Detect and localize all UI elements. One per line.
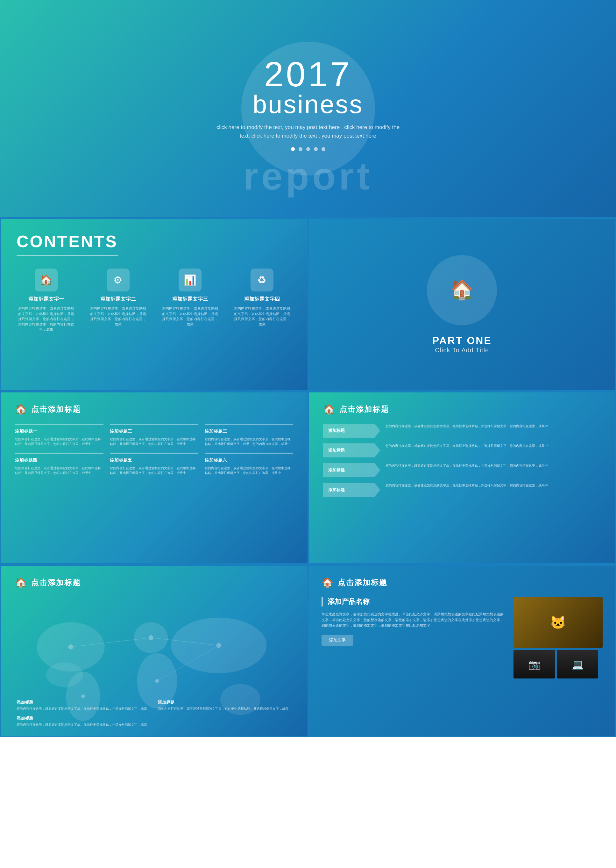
panel-header-title-6: 点击添加标题	[31, 578, 81, 588]
contents-item-title-1: 添加标题文字一	[28, 296, 64, 302]
list-item-text-3: 您的内容打在这里，或者通过复制您的文字后，在此框中选择粘贴，并选择只保留文字，成…	[205, 437, 293, 446]
arrow-text-2: 您的内容打在这里，或者通过复制您的文字后，在此框中选择粘贴，并选择只保留文字，您…	[385, 443, 601, 448]
panel-header-icon-6: 🏠	[15, 577, 27, 588]
panel-header-6: 🏠 点击添加标题	[15, 577, 293, 588]
list-item-title-1: 添加标题一	[15, 428, 104, 434]
map-label-text-2: 您的内容打在这里，或者通过复制您的文字后，在此框中选择粘贴，并选择只保留文字，成…	[17, 722, 147, 727]
product-image-cat: 🐱	[514, 597, 603, 648]
hero-business: business	[253, 92, 363, 117]
arrow-shape-4: 添加标题	[323, 483, 380, 497]
contents-item-text-2: 您的内容打在这里，或者通过复制您的文字后，在此框中选择粘贴，并选择只保留文字，您…	[88, 306, 148, 327]
contents-icon-2: ⚙	[107, 269, 130, 291]
panel-header-title-5: 点击添加标题	[339, 404, 389, 414]
list-item-title-4: 添加标题四	[15, 457, 104, 463]
arrow-text-3: 您的内容打在这里，或者通过复制您的文字后，在此框中选择粘贴，并选择只保留文字，您…	[385, 463, 601, 468]
map-label-text-3: 您的内容打在这里，或者通过复制您的文字后，在此框中选择粘贴，并选择只保留文字，成…	[158, 706, 288, 711]
panel-header-title-4: 点击添加标题	[31, 404, 81, 414]
svg-point-11	[81, 695, 85, 698]
contents-icon-4: ♻	[251, 269, 273, 291]
contents-item-title-3: 添加标题文字三	[172, 296, 208, 302]
arrow-items: 添加标题 您的内容打在这里，或者通过复制您的文字后，在此框中选择粘贴，并选择只保…	[323, 424, 601, 497]
arrow-item-3: 添加标题 您的内容打在这里，或者通过复制您的文字后，在此框中选择粘贴，并选择只保…	[323, 463, 601, 477]
list-item-bar-5	[110, 453, 198, 454]
slide-arrows-right: 🏠 点击添加标题 添加标题 您的内容打在这里，或者通过复制您的文字后，在此框中选…	[308, 392, 616, 564]
contents-icon-3: 📊	[179, 269, 201, 291]
cat-img-placeholder: 🐱	[514, 597, 603, 648]
list-item-title-2: 添加标题二	[110, 428, 198, 434]
arrow-shape-1: 添加标题	[323, 424, 380, 438]
device-img-1: 📷	[514, 650, 555, 679]
contents-item-text-4: 您的内容打在这里，或者通过复制您的文字后，在此框中选择粘贴，并选择只保留文字，您…	[233, 306, 292, 327]
contents-item-2: ⚙ 添加标题文字二 您的内容打在这里，或者通过复制您的文字后，在此框中选择粘贴，…	[88, 269, 148, 332]
part-one-subtitle: Click To Add Title	[435, 347, 489, 354]
hero-dot-4[interactable]	[314, 147, 318, 151]
product-button[interactable]: 添加文字	[322, 635, 354, 646]
list-item-bar-3	[205, 424, 293, 425]
product-content: 添加产品名称 单击此处允许文字，请添加您想表达的文字在此处。单击此处允许文字，请…	[322, 597, 603, 679]
slide-part-one: 🏠 PART ONE Click To Add Title	[308, 219, 616, 391]
part-one-house-icon: 🏠	[450, 279, 474, 301]
product-desc: 单击此处允许文字，请添加您想表达的文字在此处。单击此处允许文字，请添加您想表达的…	[322, 611, 504, 629]
part-one-circle: 🏠	[427, 255, 497, 325]
slide-grid-row3: 🏠 点击添加标题	[0, 564, 616, 737]
list-item-title-3: 添加标题三	[205, 428, 293, 434]
list-item-2: 添加标题二 您的内容打在这里，或者通过复制您的文字后，在此框中选择粘贴，并选择只…	[110, 424, 198, 446]
arrow-text-4: 您的内容打在这里，或者通过复制您的文字后，在此框中选择粘贴，并选择只保留文字，您…	[385, 483, 601, 488]
arrow-item-4: 添加标题 您的内容打在这里，或者通过复制您的文字后，在此框中选择粘贴，并选择只保…	[323, 483, 601, 497]
panel-header-icon-4: 🏠	[15, 403, 27, 415]
product-name: 添加产品名称	[322, 597, 504, 606]
list-item-bar-1	[15, 424, 104, 425]
map-label-2: 添加标题 您的内容打在这里，或者通过复制您的文字后，在此框中选择粘贴，并选择只保…	[17, 715, 147, 727]
contents-item-text-1: 您的内容打在这里，或者通过复制您的文字后，在此框中选择粘贴，并选择只保留文字，您…	[17, 306, 76, 332]
part-one-label: PART ONE	[432, 335, 492, 347]
contents-title: CONTENTS	[17, 232, 118, 256]
slide-hero: 2017 business report click here to modif…	[0, 0, 616, 217]
slide-map-left: 🏠 点击添加标题	[0, 565, 308, 737]
list-item-title-6: 添加标题六	[205, 457, 293, 463]
list-item-bar-2	[110, 424, 198, 425]
list-item-5: 添加标题五 您的内容打在这里，或者通过复制您的文字后，在此框中选择粘贴，并选择只…	[110, 453, 198, 475]
contents-item-3: 📊 添加标题文字三 您的内容打在这里，或者通过复制您的文字后，在此框中选择粘贴，…	[160, 269, 220, 332]
hero-dot-5[interactable]	[322, 147, 325, 151]
hero-dot-1[interactable]	[291, 147, 295, 151]
hero-dot-2[interactable]	[299, 147, 302, 151]
panel-header-4: 🏠 点击添加标题	[15, 403, 293, 415]
list-items-grid-4: 添加标题一 您的内容打在这里，或者通过复制您的文字后，在此框中选择粘贴，并选择只…	[15, 424, 293, 475]
arrow-shape-3: 添加标题	[323, 463, 380, 477]
arrow-shape-2: 添加标题	[323, 443, 380, 457]
panel-header-5: 🏠 点击添加标题	[323, 403, 601, 415]
map-label-title-3: 添加标题	[158, 699, 288, 705]
contents-item-1: 🏠 添加标题文字一 您的内容打在这里，或者通过复制您的文字后，在此框中选择粘贴，…	[17, 269, 76, 332]
slide-product-right: 🏠 点击添加标题 添加产品名称 单击此处允许文字，请添加您想表达的文字在此处。单…	[308, 565, 616, 737]
hero-dot-3[interactable]	[306, 147, 310, 151]
contents-item-title-2: 添加标题文字二	[100, 296, 136, 302]
contents-items: 🏠 添加标题文字一 您的内容打在这里，或者通过复制您的文字后，在此框中选择粘贴，…	[17, 269, 292, 332]
list-item-4: 添加标题四 您的内容打在这里，或者通过复制您的文字后，在此框中选择粘贴，并选择只…	[15, 453, 104, 475]
panel-header-title-7: 点击添加标题	[338, 578, 387, 588]
svg-point-10	[156, 679, 159, 683]
map-label-text-1: 您的内容打在这里，或者通过复制您的文字后，在此框中选择粘贴，并选择只保留文字，成…	[17, 706, 147, 711]
slide-contents: CONTENTS 🏠 添加标题文字一 您的内容打在这里，或者通过复制您的文字后，…	[0, 219, 308, 391]
contents-item-title-4: 添加标题文字四	[244, 296, 280, 302]
arrow-item-2: 添加标题 您的内容打在这里，或者通过复制您的文字后，在此框中选择粘贴，并选择只保…	[323, 443, 601, 457]
product-images: 🐱 📷 💻	[514, 597, 603, 679]
list-item-3: 添加标题三 您的内容打在这里，或者通过复制您的文字后，在此框中选择粘贴，并选择只…	[205, 424, 293, 446]
hero-dots	[291, 147, 325, 151]
arrow-text-1: 您的内容打在这里，或者通过复制您的文字后，在此框中选择粘贴，并选择只保留文字，您…	[385, 424, 601, 428]
arrow-item-1: 添加标题 您的内容打在这里，或者通过复制您的文字后，在此框中选择粘贴，并选择只保…	[323, 424, 601, 438]
contents-item-4: ♻ 添加标题文字四 您的内容打在这里，或者通过复制您的文字后，在此框中选择粘贴，…	[233, 269, 292, 332]
contents-icon-1: 🏠	[35, 269, 58, 291]
map-label-3: 添加标题 您的内容打在这里，或者通过复制您的文字后，在此框中选择粘贴，并选择只保…	[158, 699, 288, 711]
list-item-1: 添加标题一 您的内容打在这里，或者通过复制您的文字后，在此框中选择粘贴，并选择只…	[15, 424, 104, 446]
list-item-title-5: 添加标题五	[110, 457, 198, 463]
contents-item-text-3: 您的内容打在这里，或者通过复制您的文字后，在此框中选择粘贴，并选择只保留文字，您…	[160, 306, 220, 327]
hero-year: 2017	[264, 57, 352, 92]
slide-grid-row1: CONTENTS 🏠 添加标题文字一 您的内容打在这里，或者通过复制您的文字后，…	[0, 217, 616, 391]
list-item-text-5: 您的内容打在这里，或者通过复制您的文字后，在此框中选择粘贴，并选择只保留文字，您…	[110, 466, 198, 475]
list-item-text-1: 您的内容打在这里，或者通过复制您的文字后，在此框中选择粘贴，并选择只保留文字，您…	[15, 437, 104, 446]
slide-grid-row2: 🏠 点击添加标题 添加标题一 您的内容打在这里，或者通过复制您的文字后，在此框中…	[0, 391, 616, 564]
hero-bg-text: report	[243, 154, 373, 198]
product-info: 添加产品名称 单击此处允许文字，请添加您想表达的文字在此处。单击此处允许文字，请…	[322, 597, 504, 679]
list-item-bar-4	[15, 453, 104, 454]
map-label-title-2: 添加标题	[17, 715, 147, 721]
